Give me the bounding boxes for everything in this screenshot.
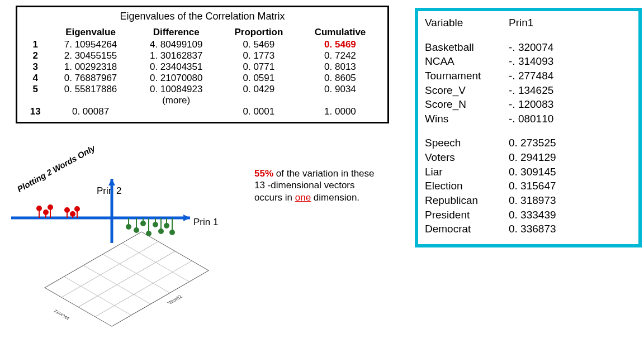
eigenvalue-row: 50. 558178860. 100849230. 04290. 9034 bbox=[23, 84, 382, 95]
eigenvalue-row-last: 13 0. 00087 0. 0001 1. 0000 bbox=[23, 106, 382, 117]
loading-row: Score_V-. 134625 bbox=[425, 83, 632, 98]
variation-caption: 55% of the variation in these 13 -dimens… bbox=[254, 168, 383, 203]
svg-point-21 bbox=[126, 225, 131, 229]
loading-row: President0. 333439 bbox=[425, 208, 632, 222]
svg-point-13 bbox=[48, 205, 53, 209]
svg-point-33 bbox=[164, 223, 169, 228]
red-cluster bbox=[37, 205, 79, 218]
svg-point-17 bbox=[70, 212, 75, 216]
svg-point-27 bbox=[146, 231, 151, 236]
svg-point-29 bbox=[153, 222, 158, 227]
grid-plane: Word2 Word1 bbox=[27, 232, 220, 343]
loading-row: Wins-. 080110 bbox=[425, 112, 632, 126]
loading-row: Tournament-. 277484 bbox=[425, 69, 632, 83]
svg-point-11 bbox=[44, 210, 48, 215]
svg-point-35 bbox=[170, 230, 174, 235]
svg-point-25 bbox=[141, 221, 145, 226]
eigenvalue-more-row: (more) bbox=[23, 95, 382, 106]
eigenvalue-table: Eigenvalue Difference Proportion Cumulat… bbox=[23, 26, 382, 117]
eigenvalue-more: (more) bbox=[134, 95, 219, 106]
col-prin1: Prin1 bbox=[509, 16, 533, 30]
plot-title-diagonal: Plotting 2 Words Only bbox=[16, 143, 97, 194]
svg-point-19 bbox=[75, 207, 79, 211]
col-difference: Difference bbox=[134, 26, 219, 39]
eigenvalue-title: Eigenvalues of the Correlation Matrix bbox=[23, 11, 382, 22]
loading-row: Liar0. 309145 bbox=[425, 165, 632, 179]
loading-row: Democrat0. 336873 bbox=[425, 222, 632, 236]
loadings-header: Variable Prin1 bbox=[425, 16, 632, 30]
variation-percent: 55% bbox=[254, 168, 273, 179]
loading-row: Basketball-. 320074 bbox=[425, 40, 632, 55]
eigenvalue-box: Eigenvalues of the Correlation Matrix Ei… bbox=[16, 6, 389, 123]
loading-row: NCAA-. 314093 bbox=[425, 54, 632, 69]
col-cumulative: Cumulative bbox=[299, 26, 382, 39]
green-cluster bbox=[126, 218, 174, 236]
svg-point-23 bbox=[134, 228, 139, 232]
eigenvalue-row: 22. 304551551. 301628370. 17730. 7242 bbox=[23, 50, 382, 61]
eigenvalue-header-row: Eigenvalue Difference Proportion Cumulat… bbox=[23, 26, 382, 39]
axis-label-word2: Word2 bbox=[165, 294, 184, 305]
col-variable: Variable bbox=[425, 16, 509, 30]
col-proportion: Proportion bbox=[219, 26, 299, 39]
loading-row: Republican0. 318973 bbox=[425, 193, 632, 208]
col-eigenvalue: Eigenvalue bbox=[48, 26, 133, 39]
svg-point-9 bbox=[37, 206, 41, 211]
arrowhead-icon bbox=[108, 179, 115, 185]
eigenvalue-row: 17. 109542644. 804991090. 54690. 5469 bbox=[23, 39, 382, 50]
loading-row: Speech0. 273525 bbox=[425, 136, 632, 150]
axis-label-word1: Word1 bbox=[51, 309, 71, 320]
svg-point-15 bbox=[65, 208, 69, 212]
prin1-label: Prin 1 bbox=[193, 217, 218, 228]
variable-loadings-box: Variable Prin1 Basketball-. 320074NCAA-.… bbox=[415, 8, 642, 247]
eigenvalue-row: 31. 002923180. 234043510. 07710. 8013 bbox=[23, 61, 382, 73]
eigenvalue-row: 40. 768879670. 210700800. 05910. 8605 bbox=[23, 73, 382, 84]
loading-row: Score_N-. 120083 bbox=[425, 97, 632, 112]
loading-row: Voters0. 294129 bbox=[425, 150, 632, 165]
variation-one: one bbox=[295, 192, 311, 203]
arrowhead-icon bbox=[183, 215, 190, 221]
loading-row: Election0. 315647 bbox=[425, 179, 632, 193]
scatter-plot: Word2 Word1 bbox=[17, 190, 196, 335]
svg-point-31 bbox=[159, 229, 163, 234]
